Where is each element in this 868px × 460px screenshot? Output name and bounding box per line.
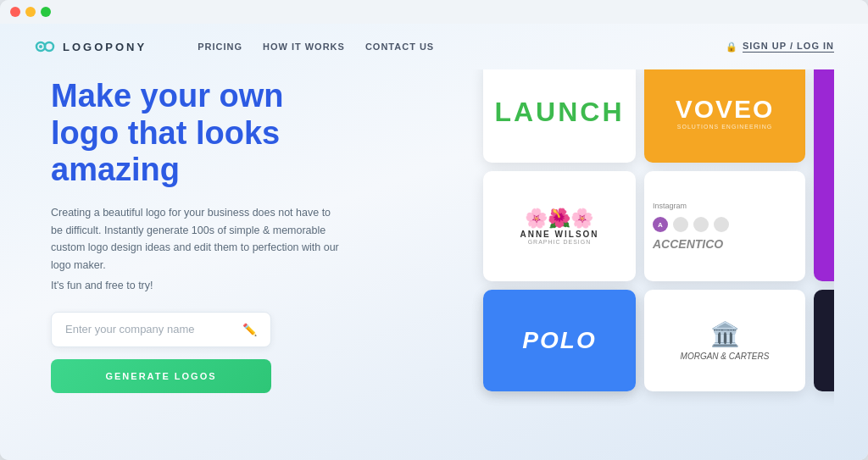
nav-how-it-works[interactable]: HOW IT WORKS (263, 42, 345, 52)
instagram-circles: A (653, 217, 729, 232)
nav-right: 🔒 SIGN UP / LOG IN (726, 41, 834, 53)
fun-text: It's fun and free to try! (51, 280, 458, 291)
card-morgan: 🏛️ MORGAN & CARTERS (644, 290, 805, 391)
browser-window: LOGOPONY PRICING HOW IT WORKS CONTACT US… (0, 0, 868, 460)
grey-circle-3 (714, 217, 729, 232)
morgan-building-icon: 🏛️ (710, 320, 740, 348)
logo-cards-grid: LAUNCH VOVEO SOLUTIONS ENGINEERING ACCE … (483, 69, 834, 460)
instagram-title: Instagram (653, 202, 687, 210)
card-voveo: VOVEO SOLUTIONS ENGINEERING (644, 69, 805, 163)
headline: Make your own logo that looks amazing (51, 78, 458, 189)
input-placeholder: Enter your company name (65, 323, 242, 335)
hero-subtext: Creating a beautiful logo for your busin… (51, 204, 339, 274)
logo-icon (34, 36, 56, 58)
voveo-sub-text: SOLUTIONS ENGINEERING (676, 124, 775, 130)
voveo-text-area: VOVEO SOLUTIONS ENGINEERING (676, 95, 775, 130)
card-launch: LAUNCH (483, 69, 636, 163)
card-accentico-purple: ACCE A (814, 69, 834, 281)
card-anne-wilson: 🌸🌺🌸 ANNE WILSON GRAPHIC DESIGN (483, 171, 636, 281)
voveo-main-text: VOVEO (676, 95, 775, 124)
acce-label: ACCE (814, 69, 834, 80)
minimize-button[interactable] (25, 7, 36, 17)
title-bar (0, 0, 868, 24)
pencil-icon: ✏️ (242, 323, 257, 336)
launch-text: LAUNCH (494, 97, 624, 128)
anne-flower-icon: 🌸🌺🌸 (520, 208, 598, 230)
generate-logos-button[interactable]: GENERATE LOGOS (51, 359, 271, 393)
logo-text: LOGOPONY (63, 41, 147, 53)
card-monique: Monique (814, 290, 834, 391)
lock-icon: 🔒 (726, 42, 737, 53)
main-content: Make your own logo that looks amazing Cr… (0, 69, 868, 460)
card-instagram-mockup: Instagram A ACCENTICO (644, 171, 805, 281)
purple-circle: A (653, 217, 668, 232)
hero-right: LAUNCH VOVEO SOLUTIONS ENGINEERING ACCE … (458, 69, 834, 460)
accentico-text: ACCENTICO (653, 237, 723, 251)
anne-sub-text: GRAPHIC DESIGN (520, 239, 598, 245)
window-controls (10, 7, 51, 17)
anne-inner: 🌸🌺🌸 ANNE WILSON GRAPHIC DESIGN (520, 208, 598, 245)
svg-point-1 (45, 42, 53, 51)
company-name-input-box[interactable]: Enter your company name ✏️ (51, 312, 271, 347)
hero-left: Make your own logo that looks amazing Cr… (51, 69, 458, 460)
nav-links: PRICING HOW IT WORKS CONTACT US (198, 42, 434, 52)
svg-point-2 (39, 45, 42, 48)
page-content: LOGOPONY PRICING HOW IT WORKS CONTACT US… (0, 24, 868, 460)
nav-contact-us[interactable]: CONTACT US (365, 42, 434, 52)
maximize-button[interactable] (41, 7, 51, 17)
signup-link[interactable]: SIGN UP / LOG IN (743, 41, 834, 53)
morgan-text: MORGAN & CARTERS (681, 352, 770, 361)
anne-name-text: ANNE WILSON (520, 230, 598, 239)
grey-circle-1 (673, 217, 688, 232)
close-button[interactable] (10, 7, 20, 17)
card-polo: POLO (483, 290, 636, 391)
logo-area: LOGOPONY (34, 36, 147, 58)
polo-text: POLO (522, 327, 596, 354)
grey-circle-2 (693, 217, 709, 232)
navigation: LOGOPONY PRICING HOW IT WORKS CONTACT US… (0, 24, 868, 69)
nav-pricing[interactable]: PRICING (198, 42, 242, 52)
